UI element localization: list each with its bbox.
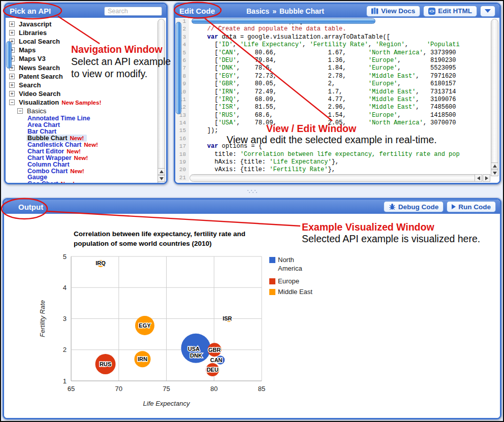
editor-scroll-up-button[interactable] [491, 163, 498, 169]
nav-scroll-down-button[interactable] [158, 175, 165, 182]
code-text: ['DEU', 79.84, 1.36, 'Europe', 8190230 [189, 57, 456, 64]
tree-item-label: Maps [19, 46, 36, 54]
tree-item-label-wrap: Column Chart [26, 161, 73, 168]
tree-item-visualization[interactable]: −VisualizationNew Samples! [6, 98, 166, 107]
code-line: 18 title: 'Correlation between life expe… [175, 151, 499, 158]
tree-item-label: Patent Search [19, 73, 63, 80]
new-badge: New! [70, 168, 84, 174]
new-badge: New! [60, 181, 74, 183]
run-code-label: Run Code [458, 203, 491, 211]
arrow-right-icon [485, 176, 488, 180]
tree-item-bubble-chart[interactable]: Bubble ChartNew! [6, 135, 166, 142]
tree-item-label: Basics [27, 107, 46, 115]
code-text: var data = google.visualization.arrayToD… [189, 34, 390, 41]
plus-box-icon[interactable]: + [9, 82, 15, 88]
plus-box-icon[interactable]: + [9, 21, 15, 27]
editor-hscroll-track[interactable] [190, 174, 482, 182]
code-line: 7 ['DNK', 78.6, 1.84, 'Europe', 5523095 [175, 64, 499, 72]
tree-item-bar-chart[interactable]: Bar Chart [6, 128, 166, 135]
code-text: ['DNK', 78.6, 1.84, 'Europe', 5523095 [189, 64, 456, 72]
bubble-label-gbr: GBR [208, 347, 221, 353]
chart-title: population of some world countries (2010… [74, 240, 212, 247]
tree-item-candlestick-chart[interactable]: Candlestick ChartNew! [6, 142, 166, 148]
plus-box-icon[interactable]: + [9, 30, 15, 36]
edit-html-label: Edit HTML [438, 7, 472, 15]
plus-box-icon[interactable]: + [9, 91, 15, 96]
run-code-button[interactable]: Run Code [447, 201, 496, 212]
view-docs-button[interactable]: View Docs [366, 6, 420, 17]
debug-bug-icon [389, 203, 396, 210]
bubble-label-egy: EGY [139, 322, 151, 329]
output-header: Output Debug Code Run Code [4, 200, 500, 214]
tree-item-label: Annotated Time Line [27, 115, 90, 122]
new-badge: New Samples! [61, 100, 101, 106]
editor-scroll-down-button[interactable] [491, 170, 498, 176]
tree-item-search[interactable]: +Search [6, 81, 166, 89]
tree-item-video-search[interactable]: +Video Search [6, 89, 166, 98]
code-line: 10 ['IRN', 72.49, 1.7, 'Middle East', 73… [175, 88, 499, 96]
tree-item-chart-wrapper[interactable]: Chart WrapperNew! [6, 154, 166, 161]
code-line: 17 var options = { [175, 143, 499, 150]
nav-scroll-up-button[interactable] [158, 168, 165, 175]
tree-item-chart-editor[interactable]: Chart EditorNew! [6, 148, 166, 154]
line-number: 19 [175, 158, 189, 166]
tree-item-local-search[interactable]: +Local Search [6, 37, 166, 46]
tree-item-label-wrap: Local Search [18, 38, 63, 45]
tree-item-column-chart[interactable]: Column Chart [6, 161, 166, 168]
code-text: ['IRQ', 68.09, 4.77, 'Middle East', 3109… [189, 96, 456, 104]
editor-scroll-right-button[interactable] [483, 174, 490, 182]
view-docs-label: View Docs [381, 7, 415, 15]
legend-swatch-europe [269, 278, 275, 284]
y-tick-label: 4 [63, 284, 67, 291]
nav-scrollbar-track[interactable] [158, 19, 165, 183]
tree-item-label-wrap: Maps V3 [18, 55, 49, 62]
search-input[interactable] [104, 7, 162, 16]
minus-box-icon[interactable]: − [17, 108, 23, 114]
tree-item-maps-v3[interactable]: +Maps V3 [6, 54, 166, 63]
tree-item-geo-chart[interactable]: Geo ChartNew! [6, 181, 166, 183]
tree-item-maps[interactable]: +Maps [6, 46, 166, 54]
tree-item-label-wrap: Maps [18, 46, 39, 54]
editor-scroll-left-button[interactable] [475, 174, 482, 182]
code-line: 20 vAxis: {title: 'Fertility Rate'}, [175, 166, 499, 174]
tree-item-basics[interactable]: −Basics [6, 107, 166, 115]
editor-vscroll-thumb[interactable] [176, 22, 181, 114]
code-line: 15 ]); [175, 127, 499, 135]
line-number: 15 [175, 127, 189, 135]
tree-item-javascript[interactable]: +Javascript [6, 20, 166, 28]
line-number: 21 [175, 174, 189, 182]
tree-item-annotated-time-line[interactable]: Annotated Time Line [6, 115, 166, 122]
bubble-label-isr: ISR [223, 315, 232, 321]
tree-item-label: News Search [19, 64, 60, 72]
tree-item-label-wrap: Bubble ChartNew! [26, 135, 87, 142]
tree-item-area-chart[interactable]: Area Chart [6, 122, 166, 128]
tree-item-label-wrap: Annotated Time Line [26, 115, 93, 122]
plus-box-icon[interactable]: + [9, 74, 15, 79]
tree-item-libraries[interactable]: +Libraries [6, 28, 166, 37]
x-tick-label: 65 [68, 385, 75, 393]
more-options-button[interactable] [480, 6, 495, 17]
x-tick-label: 85 [258, 385, 265, 393]
code-line: 16 [175, 135, 499, 143]
editor-hscroll-thumb[interactable] [192, 18, 375, 24]
pane-splitter-handle[interactable] [247, 189, 258, 193]
tree-item-patent-search[interactable]: +Patent Search [6, 72, 166, 81]
debug-code-button[interactable]: Debug Code [384, 201, 444, 212]
tree-item-label: Maps V3 [19, 55, 46, 62]
breadcrumb-bubble-chart[interactable]: Bubble Chart [279, 7, 324, 15]
editor-vscroll-track[interactable] [491, 19, 498, 176]
code-line: 11 ['IRQ', 68.09, 4.77, 'Middle East', 3… [175, 96, 499, 104]
code-editor[interactable]: 1function drawVisualization() {2 // Crea… [175, 18, 499, 183]
tree-item-news-search[interactable]: +News Search [6, 63, 166, 72]
minus-box-icon[interactable]: − [9, 100, 15, 105]
output-title: Output [18, 203, 43, 211]
legend-swatch-middle-east [269, 289, 275, 295]
tree-item-gauge[interactable]: Gauge [6, 174, 166, 181]
breadcrumb-basics[interactable]: Basics [246, 7, 269, 15]
nav-scrollbar-thumb[interactable] [6, 41, 12, 69]
edit-html-button[interactable]: <> Edit HTML [423, 6, 477, 17]
tree-item-combo-chart[interactable]: Combo ChartNew! [6, 168, 166, 174]
code-text: hAxis: {title: 'Life Expectancy'}, [189, 158, 339, 166]
output-body: Correlation between life expectancy, fer… [4, 214, 500, 418]
code-text: vAxis: {title: 'Fertility Rate'}, [189, 166, 335, 174]
